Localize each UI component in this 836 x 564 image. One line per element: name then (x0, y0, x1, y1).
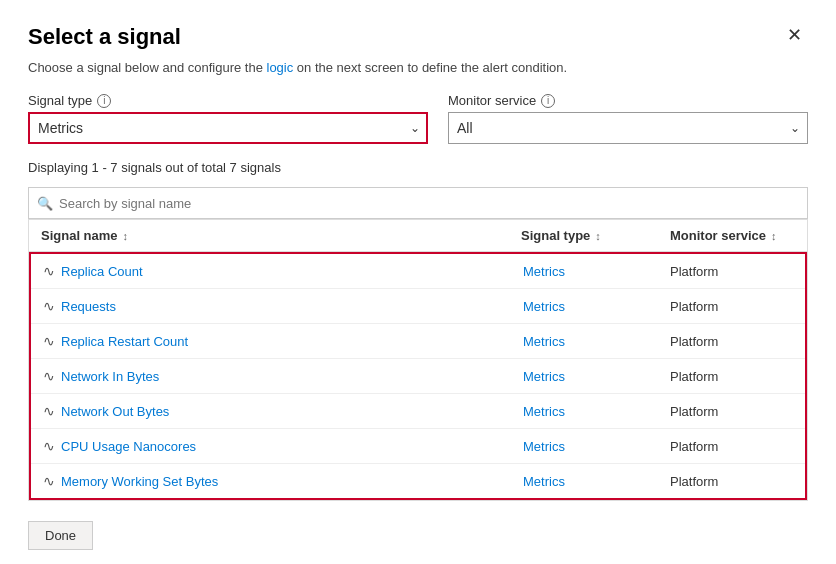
form-row: Signal type i Metrics ⌄ Monitor service … (28, 93, 808, 144)
monitor-service-value: Platform (670, 299, 718, 314)
signal-name-cell: ∿ Memory Working Set Bytes (31, 473, 511, 489)
signal-type-info-icon[interactable]: i (97, 94, 111, 108)
select-signal-dialog: Select a signal ✕ Choose a signal below … (0, 0, 836, 564)
sort-monitor-service-icon[interactable]: ↕ (771, 230, 777, 242)
sort-signal-name-icon[interactable]: ↕ (123, 230, 129, 242)
dialog-title: Select a signal (28, 24, 181, 50)
signal-name-cell: ∿ Network Out Bytes (31, 403, 511, 419)
signal-name-link[interactable]: Memory Working Set Bytes (61, 474, 218, 489)
signal-type-value: Metrics (523, 439, 565, 454)
signal-type-cell: Metrics (511, 404, 658, 419)
signal-name-link[interactable]: CPU Usage Nanocores (61, 439, 196, 454)
signal-name-link[interactable]: Network Out Bytes (61, 404, 169, 419)
signal-type-cell: Metrics (511, 439, 658, 454)
monitor-service-value: Platform (670, 369, 718, 384)
search-icon: 🔍 (37, 196, 53, 211)
wave-icon: ∿ (43, 403, 55, 419)
monitor-service-group: Monitor service i All ⌄ (448, 93, 808, 144)
dialog-header: Select a signal ✕ (28, 24, 808, 50)
monitor-service-select-wrapper: All ⌄ (448, 112, 808, 144)
monitor-service-cell: Platform (658, 334, 805, 349)
table-row: ∿ CPU Usage Nanocores Metrics Platform (31, 429, 805, 464)
column-signal-name: Signal name ↕ (29, 228, 509, 243)
signal-name-cell: ∿ CPU Usage Nanocores (31, 438, 511, 454)
signal-type-select[interactable]: Metrics (28, 112, 428, 144)
signal-name-cell: ∿ Network In Bytes (31, 368, 511, 384)
table-row: ∿ Replica Count Metrics Platform (31, 254, 805, 289)
monitor-service-cell: Platform (658, 404, 805, 419)
monitor-service-cell: Platform (658, 369, 805, 384)
signal-name-link[interactable]: Network In Bytes (61, 369, 159, 384)
signal-type-label: Signal type i (28, 93, 428, 108)
wave-icon: ∿ (43, 438, 55, 454)
monitor-service-cell: Platform (658, 299, 805, 314)
display-count: Displaying 1 - 7 signals out of total 7 … (28, 160, 808, 175)
subtitle-text: Choose a signal below and configure the (28, 60, 267, 75)
signal-type-cell: Metrics (511, 474, 658, 489)
logic-link[interactable]: logic (267, 60, 294, 75)
signal-type-value: Metrics (523, 264, 565, 279)
signal-name-cell: ∿ Replica Count (31, 263, 511, 279)
wave-icon: ∿ (43, 298, 55, 314)
signal-name-link[interactable]: Replica Count (61, 264, 143, 279)
monitor-service-label: Monitor service i (448, 93, 808, 108)
dialog-subtitle: Choose a signal below and configure the … (28, 60, 808, 75)
monitor-service-select[interactable]: All (448, 112, 808, 144)
signal-type-cell: Metrics (511, 369, 658, 384)
done-button[interactable]: Done (28, 521, 93, 550)
signal-type-value: Metrics (523, 369, 565, 384)
table-row: ∿ Requests Metrics Platform (31, 289, 805, 324)
signal-type-value: Metrics (523, 404, 565, 419)
subtitle-rest: on the next screen to define the alert c… (293, 60, 567, 75)
monitor-service-value: Platform (670, 439, 718, 454)
monitor-service-value: Platform (670, 264, 718, 279)
wave-icon: ∿ (43, 368, 55, 384)
table-row: ∿ Replica Restart Count Metrics Platform (31, 324, 805, 359)
signal-type-cell: Metrics (511, 299, 658, 314)
wave-icon: ∿ (43, 473, 55, 489)
monitor-service-info-icon[interactable]: i (541, 94, 555, 108)
signal-name-link[interactable]: Requests (61, 299, 116, 314)
table-row: ∿ Network Out Bytes Metrics Platform (31, 394, 805, 429)
signal-type-cell: Metrics (511, 264, 658, 279)
monitor-service-value: Platform (670, 334, 718, 349)
column-signal-type: Signal type ↕ (509, 228, 658, 243)
monitor-service-cell: Platform (658, 264, 805, 279)
signal-type-cell: Metrics (511, 334, 658, 349)
signal-type-select-wrapper: Metrics ⌄ (28, 112, 428, 144)
signal-name-cell: ∿ Replica Restart Count (31, 333, 511, 349)
signal-type-value: Metrics (523, 334, 565, 349)
table-body: ∿ Replica Count Metrics Platform ∿ Reque… (29, 252, 807, 500)
monitor-service-value: Platform (670, 404, 718, 419)
table-header: Signal name ↕ Signal type ↕ Monitor serv… (29, 220, 807, 252)
signal-name-link[interactable]: Replica Restart Count (61, 334, 188, 349)
sort-signal-type-icon[interactable]: ↕ (595, 230, 601, 242)
monitor-service-cell: Platform (658, 439, 805, 454)
wave-icon: ∿ (43, 333, 55, 349)
table-row: ∿ Network In Bytes Metrics Platform (31, 359, 805, 394)
signal-type-value: Metrics (523, 299, 565, 314)
signal-type-value: Metrics (523, 474, 565, 489)
close-button[interactable]: ✕ (781, 24, 808, 46)
table-row: ∿ Memory Working Set Bytes Metrics Platf… (31, 464, 805, 498)
search-input[interactable] (28, 187, 808, 219)
monitor-service-cell: Platform (658, 474, 805, 489)
signal-type-group: Signal type i Metrics ⌄ (28, 93, 428, 144)
search-box-wrapper: 🔍 (28, 187, 808, 219)
column-monitor-service: Monitor service ↕ (658, 228, 807, 243)
wave-icon: ∿ (43, 263, 55, 279)
signals-table: Signal name ↕ Signal type ↕ Monitor serv… (28, 219, 808, 501)
monitor-service-value: Platform (670, 474, 718, 489)
signal-name-cell: ∿ Requests (31, 298, 511, 314)
